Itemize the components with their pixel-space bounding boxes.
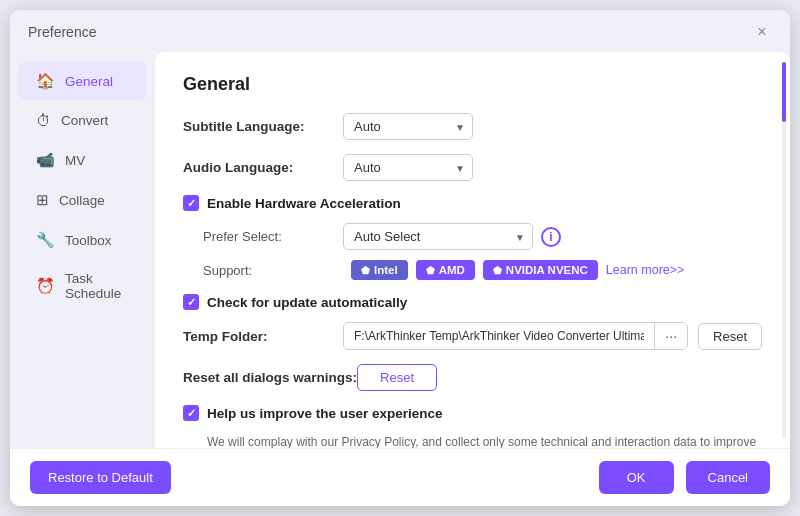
prefer-select-row: Prefer Select: Auto Select Intel AMD NVI… (183, 223, 762, 250)
restore-default-button[interactable]: Restore to Default (30, 461, 171, 494)
hardware-acceleration-row: Enable Hardware Acceleration (183, 195, 762, 211)
preference-dialog: Preference × 🏠 General ⏱ Convert 📹 MV ⊞ … (10, 10, 790, 506)
sidebar-item-general[interactable]: 🏠 General (18, 62, 147, 100)
footer: Restore to Default OK Cancel (10, 448, 790, 506)
improve-checkbox[interactable] (183, 405, 199, 421)
temp-folder-reset-button[interactable]: Reset (698, 323, 762, 350)
improve-row: Help us improve the user experience (183, 405, 762, 421)
sidebar-item-mv[interactable]: 📹 MV (18, 141, 147, 179)
check-update-checkbox[interactable] (183, 294, 199, 310)
nvidia-chip: ⬟ NVIDIA NVENC (483, 260, 598, 280)
scrollbar-thumb[interactable] (782, 62, 786, 122)
nvidia-chip-icon: ⬟ (493, 265, 502, 276)
audio-language-row: Audio Language: Auto English Chinese ▼ (183, 154, 762, 181)
sidebar-item-convert[interactable]: ⏱ Convert (18, 102, 147, 139)
subtitle-language-row: Subtitle Language: Auto English Chinese … (183, 113, 762, 140)
audio-language-label: Audio Language: (183, 160, 343, 175)
content-title: General (183, 74, 762, 95)
convert-icon: ⏱ (36, 112, 51, 129)
content-area: General Subtitle Language: Auto English … (155, 52, 790, 448)
subtitle-language-select[interactable]: Auto English Chinese (343, 113, 473, 140)
intel-chip: ⬟ Intel (351, 260, 408, 280)
support-label: Support: (203, 263, 343, 278)
improve-label: Help us improve the user experience (207, 406, 443, 421)
intel-chip-icon: ⬟ (361, 265, 370, 276)
hardware-acceleration-checkbox[interactable] (183, 195, 199, 211)
title-bar: Preference × (10, 10, 790, 52)
temp-folder-input-wrapper: ··· (343, 322, 688, 350)
sidebar-label-task-schedule: Task Schedule (65, 271, 129, 301)
reset-dialogs-row: Reset all dialogs warnings: Reset (183, 364, 762, 391)
sidebar-label-mv: MV (65, 153, 85, 168)
reset-dialogs-label: Reset all dialogs warnings: (183, 370, 357, 385)
intel-chip-label: Intel (374, 264, 398, 276)
cancel-button[interactable]: Cancel (686, 461, 770, 494)
subtitle-language-label: Subtitle Language: (183, 119, 343, 134)
check-update-row: Check for update automatically (183, 294, 762, 310)
prefer-select-label: Prefer Select: (203, 229, 343, 244)
mv-icon: 📹 (36, 151, 55, 169)
support-row: Support: ⬟ Intel ⬟ AMD ⬟ NVIDIA NVENC Le… (183, 260, 762, 280)
sidebar-label-general: General (65, 74, 113, 89)
task-schedule-icon: ⏰ (36, 277, 55, 295)
collage-icon: ⊞ (36, 191, 49, 209)
temp-folder-label: Temp Folder: (183, 329, 343, 344)
prefer-select-wrapper: Auto Select Intel AMD NVIDIA ▼ (343, 223, 533, 250)
temp-folder-input[interactable] (344, 324, 654, 348)
sidebar: 🏠 General ⏱ Convert 📹 MV ⊞ Collage 🔧 Too… (10, 52, 155, 448)
audio-language-select[interactable]: Auto English Chinese (343, 154, 473, 181)
close-button[interactable]: × (752, 22, 772, 42)
privacy-body-text: We will complay with our Privacy Policy,… (207, 435, 756, 448)
temp-folder-row: Temp Folder: ··· Reset (183, 322, 762, 350)
audio-language-select-wrapper: Auto English Chinese ▼ (343, 154, 473, 181)
sidebar-label-toolbox: Toolbox (65, 233, 112, 248)
check-update-label: Check for update automatically (207, 295, 407, 310)
prefer-select-dropdown[interactable]: Auto Select Intel AMD NVIDIA (343, 223, 533, 250)
amd-chip: ⬟ AMD (416, 260, 475, 280)
nvidia-chip-label: NVIDIA NVENC (506, 264, 588, 276)
learn-more-link[interactable]: Learn more>> (606, 263, 685, 277)
scrollbar-track[interactable] (782, 62, 786, 438)
amd-chip-icon: ⬟ (426, 265, 435, 276)
amd-chip-label: AMD (439, 264, 465, 276)
sidebar-label-collage: Collage (59, 193, 105, 208)
ok-button[interactable]: OK (599, 461, 674, 494)
sidebar-item-collage[interactable]: ⊞ Collage (18, 181, 147, 219)
dialog-body: 🏠 General ⏱ Convert 📹 MV ⊞ Collage 🔧 Too… (10, 52, 790, 448)
toolbox-icon: 🔧 (36, 231, 55, 249)
info-icon[interactable]: i (541, 227, 561, 247)
privacy-text: We will complay with our Privacy Policy,… (183, 433, 762, 448)
footer-right: OK Cancel (599, 461, 770, 494)
sidebar-item-task-schedule[interactable]: ⏰ Task Schedule (18, 261, 147, 311)
subtitle-language-select-wrapper: Auto English Chinese ▼ (343, 113, 473, 140)
dialog-title: Preference (28, 24, 96, 40)
hardware-acceleration-label: Enable Hardware Acceleration (207, 196, 401, 211)
reset-dialogs-button[interactable]: Reset (357, 364, 437, 391)
sidebar-item-toolbox[interactable]: 🔧 Toolbox (18, 221, 147, 259)
sidebar-label-convert: Convert (61, 113, 108, 128)
home-icon: 🏠 (36, 72, 55, 90)
temp-folder-dots-button[interactable]: ··· (654, 323, 687, 349)
